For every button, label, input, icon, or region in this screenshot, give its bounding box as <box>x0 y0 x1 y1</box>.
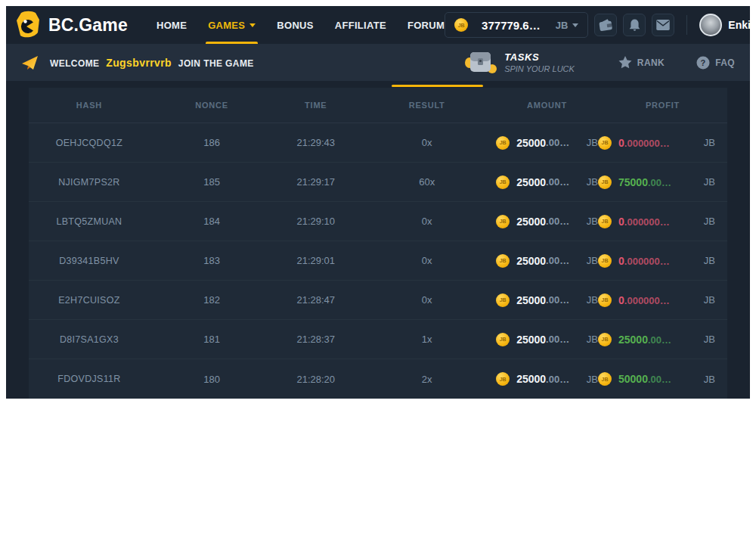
table-row[interactable]: OEHJCQDQ1Z 186 21:29:43 0x JB 25000 .00…… <box>29 123 727 163</box>
bets-section: HASH NONCE TIME RESULT AMOUNT PROFIT OEH… <box>6 81 750 399</box>
page-root: BC.Game HOME GAMES BONUS AFFILIATE FORUM… <box>6 6 750 399</box>
table-row[interactable]: FDOVDJS11R 180 21:28:20 2x JB 25000 .00…… <box>29 359 727 399</box>
tasks-widget[interactable]: TASKS SPIN YOUR LUCK <box>465 50 575 76</box>
brand-logo[interactable]: BC.Game <box>15 11 128 39</box>
coin-icon: JB <box>496 215 510 228</box>
nav-item-games[interactable]: GAMES <box>208 6 256 44</box>
cell-nonce: 182 <box>150 294 274 306</box>
amount-value: 25000 <box>516 216 546 228</box>
cell-hash: FDOVDJS11R <box>29 374 150 384</box>
amount-currency: JB <box>587 137 598 148</box>
cell-hash: LBTQ5ZMUAN <box>29 216 150 227</box>
amount-currency: JB <box>587 216 598 227</box>
cell-profit: JB 50000 .00… JB <box>598 372 727 386</box>
table-row[interactable]: D39341B5HV 183 21:29:01 0x JB 25000 .00…… <box>29 241 727 281</box>
cell-nonce: 183 <box>150 255 274 266</box>
nav-item-home[interactable]: HOME <box>156 6 187 44</box>
cell-nonce: 186 <box>150 137 274 148</box>
cell-time: 21:28:20 <box>274 374 358 385</box>
cell-hash: E2H7CUISOZ <box>29 295 150 306</box>
cell-nonce: 181 <box>150 334 274 345</box>
chevron-down-icon <box>572 23 578 27</box>
notifications-button[interactable] <box>623 14 646 36</box>
cell-result: 0x <box>358 137 496 148</box>
chevron-down-icon <box>249 23 256 27</box>
rank-link[interactable]: RANK <box>618 56 665 69</box>
cell-time: 21:29:17 <box>274 176 358 188</box>
faq-link[interactable]: ? FAQ <box>696 56 735 70</box>
active-tab-indicator <box>392 85 483 87</box>
cell-amount: JB 25000 .00… JB <box>496 372 598 386</box>
cell-profit: JB 0 .000000… JB <box>598 215 727 228</box>
coin-icon: JB <box>598 175 612 189</box>
main-nav: HOME GAMES BONUS AFFILIATE FORUM <box>156 6 445 44</box>
balance-selector[interactable]: JB 377779.6… JB <box>445 12 588 38</box>
user-menu[interactable]: Enkidua <box>699 14 756 36</box>
cell-result: 0x <box>358 216 496 227</box>
coin-icon: JB <box>454 18 468 32</box>
nav-item-forum[interactable]: FORUM <box>407 6 445 44</box>
cell-nonce: 185 <box>150 176 274 188</box>
profit-currency: JB <box>704 255 715 266</box>
table-row[interactable]: D8I7SA1GX3 181 21:28:37 1x JB 25000 .00…… <box>29 320 727 359</box>
cell-result: 60x <box>358 176 496 188</box>
amount-currency: JB <box>587 374 598 385</box>
coin-icon: JB <box>598 215 612 228</box>
amount-value: 25000 <box>516 255 546 267</box>
cell-result: 1x <box>358 334 496 345</box>
profit-currency: JB <box>704 334 715 345</box>
wallet-button[interactable] <box>594 14 617 36</box>
cell-hash: OEHJCQDQ1Z <box>29 138 150 148</box>
cell-profit: JB 25000 .00… JB <box>598 333 727 346</box>
tasks-title: TASKS <box>504 51 575 63</box>
table-row[interactable]: NJIGM7PS2R 185 21:29:17 60x JB 25000 .00… <box>29 163 727 202</box>
welcome-username: Zugsbvrrvrb <box>106 57 172 69</box>
coin-icon: JB <box>598 254 612 268</box>
messages-button[interactable] <box>652 14 674 36</box>
profit-currency: JB <box>704 216 715 227</box>
bcgame-logo-icon <box>15 11 41 39</box>
balance-currency: JB <box>556 20 569 31</box>
cell-profit: JB 0 .000000… JB <box>598 136 727 150</box>
cell-hash: D8I7SA1GX3 <box>29 334 150 345</box>
cell-nonce: 184 <box>150 216 274 227</box>
welcome-prefix: WELCOME <box>50 58 99 69</box>
cell-result: 2x <box>358 374 496 385</box>
nav-item-bonus[interactable]: BONUS <box>277 6 313 44</box>
star-icon <box>618 56 632 69</box>
wallet-icon <box>597 17 614 33</box>
faq-label: FAQ <box>715 57 735 68</box>
coin-icon: JB <box>496 372 510 386</box>
table-body: OEHJCQDQ1Z 186 21:29:43 0x JB 25000 .00…… <box>29 123 727 399</box>
nav-item-affiliate[interactable]: AFFILIATE <box>335 6 386 44</box>
profit-value: 25000 .00… <box>618 334 671 346</box>
cell-hash: NJIGM7PS2R <box>29 177 150 188</box>
coin-icon: JB <box>598 136 612 150</box>
table-row[interactable]: E2H7CUISOZ 182 21:28:47 0x JB 25000 .00…… <box>29 281 727 320</box>
cell-amount: JB 25000 .00… JB <box>496 333 598 346</box>
table-header: HASH NONCE TIME RESULT AMOUNT PROFIT <box>29 88 727 123</box>
cell-amount: JB 25000 .00… JB <box>496 175 598 189</box>
cell-profit: JB 0 .000000… JB <box>598 254 727 268</box>
profit-value: 75000 .00… <box>618 176 671 188</box>
col-time: TIME <box>274 101 358 110</box>
cell-amount: JB 25000 .00… JB <box>496 254 598 268</box>
welcome-banner: WELCOME Zugsbvrrvrb JOIN THE GAME TASKS … <box>6 44 750 81</box>
table-row[interactable]: LBTQ5ZMUAN 184 21:29:10 0x JB 25000 .00…… <box>29 202 727 241</box>
brand-name: BC.Game <box>48 15 128 36</box>
cell-time: 21:29:01 <box>274 255 358 266</box>
coin-icon: JB <box>496 254 510 268</box>
navbar-right-group: JB 377779.6… JB <box>445 12 756 38</box>
top-navbar: BC.Game HOME GAMES BONUS AFFILIATE FORUM… <box>6 6 750 44</box>
question-icon: ? <box>696 56 710 70</box>
profit-value: 0 .000000… <box>618 255 670 267</box>
amount-value: 25000 <box>516 176 546 188</box>
profit-value: 50000 .00… <box>618 373 671 385</box>
svg-text:?: ? <box>701 58 706 67</box>
coin-icon: JB <box>496 175 510 189</box>
cell-time: 21:29:10 <box>274 216 358 227</box>
profit-currency: JB <box>704 294 715 306</box>
col-amount: AMOUNT <box>496 101 598 110</box>
cell-time: 21:28:47 <box>274 294 358 306</box>
tasks-subtitle: SPIN YOUR LUCK <box>504 64 575 73</box>
